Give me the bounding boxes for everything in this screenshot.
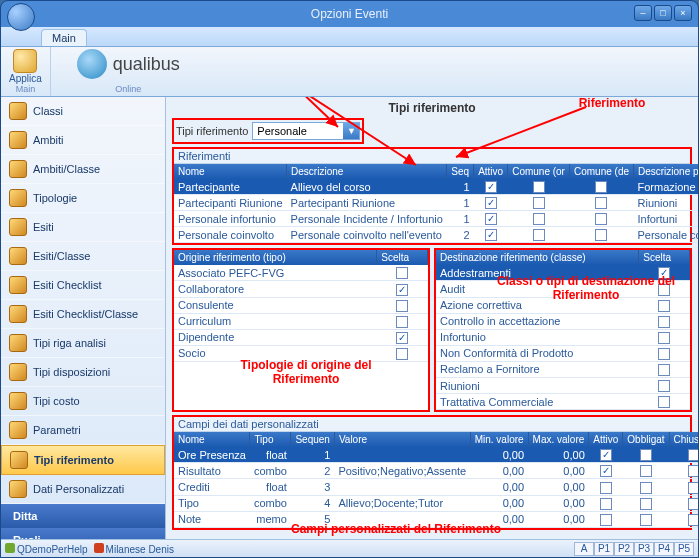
sidebar-sep-ruoli[interactable]: Ruoli (1, 528, 165, 539)
table-row[interactable]: Collaboratore (174, 281, 428, 297)
table-row[interactable]: Tipocombo4Allievo;Docente;Tutor0,000,00 (174, 495, 698, 511)
sidebar-item[interactable]: Tipi riferimento (1, 445, 165, 475)
col-header[interactable]: Tipo (250, 432, 291, 447)
status-page-button[interactable]: A (574, 542, 594, 556)
sidebar-item[interactable]: Tipi disposizioni (1, 358, 165, 387)
sidebar-item[interactable]: Ambiti (1, 126, 165, 155)
checkbox[interactable] (533, 213, 545, 225)
col-header[interactable]: Chiusura (669, 432, 698, 447)
sidebar-item[interactable]: Esiti/Classe (1, 242, 165, 271)
checkbox[interactable] (396, 267, 408, 279)
table-row[interactable]: Creditifloat30,000,00 (174, 479, 698, 495)
checkbox[interactable] (658, 316, 670, 328)
col-header[interactable]: Comune (de (569, 164, 633, 179)
checkbox[interactable] (600, 498, 612, 510)
col-header[interactable]: Max. valore (528, 432, 589, 447)
checkbox[interactable] (600, 449, 612, 461)
checkbox[interactable] (396, 284, 408, 296)
checkbox[interactable] (658, 267, 670, 279)
col-header[interactable]: Nome (174, 432, 250, 447)
table-row[interactable]: Riunioni (436, 378, 690, 394)
checkbox[interactable] (640, 465, 652, 477)
checkbox[interactable] (485, 229, 497, 241)
checkbox[interactable] (600, 465, 612, 477)
checkbox[interactable] (688, 449, 698, 461)
table-row[interactable]: Non Conformità di Prodotto (436, 345, 690, 361)
col-header[interactable]: Attivo (474, 164, 508, 179)
col-header[interactable]: Attivo (589, 432, 623, 447)
filter-combo[interactable]: ▼ (252, 122, 360, 140)
col-header[interactable]: Sequen (291, 432, 334, 447)
checkbox[interactable] (485, 197, 497, 209)
sidebar-item[interactable]: Parametri (1, 416, 165, 445)
sidebar-item[interactable]: Esiti Checklist/Classe (1, 300, 165, 329)
checkbox[interactable] (658, 380, 670, 392)
checkbox[interactable] (595, 197, 607, 209)
col-header[interactable]: Comune (or (508, 164, 570, 179)
table-row[interactable]: Audit (436, 281, 690, 297)
table-row[interactable]: Addestramenti (436, 265, 690, 281)
sidebar-item[interactable]: Tipi costo (1, 387, 165, 416)
table-row[interactable]: Risultatocombo2Positivo;Negativo;Assente… (174, 463, 698, 479)
col-header[interactable]: Valore (334, 432, 470, 447)
sidebar-item[interactable]: Classi (1, 97, 165, 126)
sidebar-item[interactable]: Dati Personalizzati (1, 475, 165, 504)
checkbox[interactable] (640, 482, 652, 494)
col-header[interactable]: Obbligat (623, 432, 669, 447)
checkbox[interactable] (658, 332, 670, 344)
table-row[interactable]: Partecipanti RiunionePartecipanti Riunio… (174, 195, 698, 211)
ribbon-tab-main[interactable]: Main (41, 29, 87, 46)
checkbox[interactable] (485, 181, 497, 193)
status-page-button[interactable]: P1 (594, 542, 614, 556)
checkbox[interactable] (595, 181, 607, 193)
sidebar-item[interactable]: Tipologie (1, 184, 165, 213)
status-page-button[interactable]: P5 (674, 542, 694, 556)
checkbox[interactable] (533, 181, 545, 193)
table-row[interactable]: Notememo50,000,00 (174, 511, 698, 527)
checkbox[interactable] (688, 465, 698, 477)
col-header[interactable]: Min. valore (470, 432, 528, 447)
checkbox[interactable] (658, 348, 670, 360)
apply-icon[interactable] (13, 49, 37, 73)
minimize-button[interactable]: – (634, 5, 652, 21)
status-page-button[interactable]: P2 (614, 542, 634, 556)
maximize-button[interactable]: □ (654, 5, 672, 21)
checkbox[interactable] (485, 213, 497, 225)
table-row[interactable]: Reclamo a Fornitore (436, 361, 690, 377)
table-row[interactable]: Personale infortunioPersonale Incidente … (174, 211, 698, 227)
filter-input[interactable] (253, 125, 343, 137)
checkbox[interactable] (658, 300, 670, 312)
checkbox[interactable] (533, 229, 545, 241)
sidebar-item[interactable]: Esiti (1, 213, 165, 242)
checkbox[interactable] (640, 498, 652, 510)
checkbox[interactable] (595, 229, 607, 241)
table-row[interactable]: Azione correttiva (436, 297, 690, 313)
checkbox[interactable] (640, 514, 652, 526)
status-page-button[interactable]: P3 (634, 542, 654, 556)
status-page-button[interactable]: P4 (654, 542, 674, 556)
close-button[interactable]: × (674, 5, 692, 21)
checkbox[interactable] (595, 213, 607, 225)
checkbox[interactable] (640, 449, 652, 461)
col-header[interactable]: Descrizione (287, 164, 447, 179)
table-row[interactable]: Consulente (174, 297, 428, 313)
checkbox[interactable] (658, 284, 670, 296)
checkbox[interactable] (600, 482, 612, 494)
sidebar-item[interactable]: Esiti Checklist (1, 271, 165, 300)
table-row[interactable]: Trattativa Commerciale (436, 394, 690, 410)
table-row[interactable]: Ore Presenzafloat10,000,00 (174, 447, 698, 463)
chevron-down-icon[interactable]: ▼ (343, 123, 359, 139)
col-header[interactable]: Nome (174, 164, 287, 179)
checkbox[interactable] (688, 482, 698, 494)
sidebar-sep-ditta[interactable]: Ditta (1, 504, 165, 528)
sidebar-item[interactable]: Tipi riga analisi (1, 329, 165, 358)
checkbox[interactable] (688, 514, 698, 526)
table-row[interactable]: Infortunio (436, 329, 690, 345)
table-row[interactable]: Dipendente (174, 329, 428, 345)
table-row[interactable]: PartecipanteAllievo del corso1Formazione (174, 179, 698, 195)
table-row[interactable]: Associato PEFC-FVG (174, 265, 428, 281)
checkbox[interactable] (658, 364, 670, 376)
checkbox[interactable] (396, 300, 408, 312)
checkbox[interactable] (658, 396, 670, 408)
table-row[interactable]: Socio (174, 345, 428, 361)
